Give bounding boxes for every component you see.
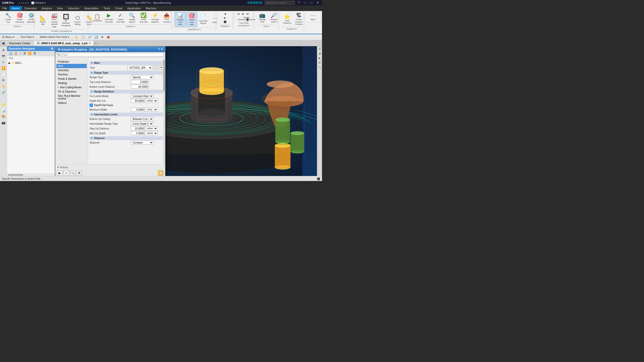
analyze-ipw-btn[interactable]: 🔎 Analyze IPW ▾	[268, 12, 279, 24]
menu-dropdown-btn[interactable]: ☰ Menu ▾	[1, 35, 16, 39]
content-scroll-thumb[interactable]	[163, 60, 165, 91]
dialog-title-bar[interactable]: 3D Adaptive Roughing - [3D_ADAPTIVE_ROUG…	[55, 47, 165, 52]
action-verify-btn[interactable]: 🔍	[70, 170, 75, 176]
tb-icon4[interactable]: 🔄	[94, 35, 99, 39]
more-btn[interactable]: ⋯ More	[307, 12, 318, 22]
sb-camera-icon[interactable]: 📷	[1, 120, 6, 125]
inter-range-select[interactable]: Const Depth Str	[131, 122, 153, 126]
min-width-input[interactable]	[131, 108, 145, 112]
dnav-geometry[interactable]: Geometry	[56, 68, 87, 72]
sb-analysis-icon[interactable]: 📊	[1, 108, 6, 113]
rsb-icon3[interactable]: ▶	[318, 56, 322, 60]
create-operation-btn[interactable]: ⚙️ Create Operation	[26, 12, 37, 24]
speed-slider[interactable]	[238, 19, 255, 20]
menu-selection[interactable]: Selection	[65, 6, 82, 10]
topoff-checkbox[interactable]	[90, 104, 93, 107]
dnav-strategy[interactable]: Strategy	[56, 81, 87, 85]
step-up-input[interactable]	[131, 126, 145, 130]
tb-icon3[interactable]: 🔗	[87, 35, 93, 39]
actions-expand[interactable]: ▼	[57, 166, 59, 169]
range-type-select[interactable]: Specify	[131, 75, 153, 79]
bottom-up-select[interactable]: Between Cut Le	[131, 117, 153, 121]
verify-toolpath-btn[interactable]: ✅ Verify Tool Path	[138, 12, 149, 24]
tool-path-dropdown[interactable]: Tool Path ▾	[19, 35, 35, 39]
tool-edit-btn[interactable]: 📋	[153, 65, 158, 70]
action-check-btn[interactable]: ✓	[63, 170, 69, 176]
menu-machine[interactable]: Machine	[143, 6, 159, 10]
dnav-prediction[interactable]: Prediction	[56, 60, 87, 64]
bottom-level-input[interactable]	[131, 85, 148, 89]
menu-view[interactable]: View	[54, 6, 65, 10]
min-width-unit-select[interactable]: %Toc	[145, 108, 158, 112]
action-generate-btn[interactable]: ▶	[57, 170, 62, 176]
depth-unit-select[interactable]: %Flut	[145, 99, 158, 103]
dnav-options[interactable]: Options	[56, 101, 87, 105]
tb-icon5[interactable]: ⚙	[100, 35, 105, 39]
menu-home[interactable]: Home	[10, 6, 22, 10]
rsb-icon2[interactable]: ◀	[318, 52, 322, 56]
menu-tools[interactable]: Tools	[101, 6, 113, 10]
nav-home-btn[interactable]: 🏠	[14, 52, 19, 55]
validity-report-btn[interactable]: 🔍 Validity Report	[127, 12, 138, 24]
nav-up-btn[interactable]: ↑	[19, 52, 22, 55]
menu-file[interactable]: File	[0, 6, 10, 10]
dialog-close-btn[interactable]: ✕	[161, 48, 163, 51]
display-prev-btn[interactable]: ◀	[223, 12, 227, 16]
menu-geometry[interactable]: Geometry	[22, 6, 39, 10]
stepover-select[interactable]: Constant	[131, 141, 153, 145]
search-input[interactable]	[265, 1, 295, 5]
menu-cloud[interactable]: Cloud	[112, 6, 125, 10]
anim-prev-btn[interactable]: ⏮	[236, 12, 241, 16]
rsb-icon1[interactable]: ☰	[318, 47, 322, 51]
dnav-main[interactable]: Main	[56, 64, 87, 68]
top-level-input[interactable]	[131, 80, 148, 84]
section-stepover-header[interactable]: ▼ Stepover	[90, 136, 164, 140]
tree-root[interactable]: ▶ 📁 GEO...	[8, 61, 54, 65]
maximize-btn[interactable]: □	[310, 1, 313, 5]
sb-layer-icon[interactable]: 📄	[1, 71, 6, 77]
3d-view[interactable]: X Y Z 3D Adaptive Roughing - [3D_ADAPTIV…	[55, 46, 317, 176]
display-ipw-btn[interactable]: 📺 Display IPW	[257, 12, 268, 24]
dnav-non-cutting[interactable]: Non Cutting Moves	[56, 85, 87, 89]
sb-settings-icon[interactable]: ⚙	[1, 47, 6, 53]
min-cut-input[interactable]	[131, 131, 145, 135]
toolpath-report-btn[interactable]: 📄 Tool Path Report	[198, 14, 209, 25]
section-range-type-header[interactable]: ▼ Range Type	[90, 71, 164, 75]
dnav-tool-axis[interactable]: Tool Axis	[56, 72, 87, 77]
action-more-btn[interactable]: 📋	[158, 170, 164, 176]
sb-measure-icon[interactable]: 📏	[1, 83, 6, 89]
menu-analysis[interactable]: Analysis	[39, 6, 54, 10]
display-toolpath-btn[interactable]: 📊 Display Tool Path	[175, 12, 186, 27]
boundary-dropdown[interactable]: Within Work Part Only ▾	[39, 35, 70, 39]
find-input[interactable]	[61, 53, 164, 57]
check-toolpath-btn[interactable]: ✓ Check Tool Path	[115, 12, 126, 24]
display-stop-btn[interactable]: ⬛	[223, 20, 227, 24]
tool-select[interactable]: UGT0201_004	[127, 65, 152, 70]
depth-per-cut-input[interactable]	[131, 99, 145, 103]
rsb-icon5[interactable]: 🔍	[318, 65, 322, 69]
create-tool-btn[interactable]: 🔧 Create Tool	[3, 12, 14, 24]
nav-filter-btn[interactable]: 🔽	[27, 52, 32, 55]
3d-adaptive-btn[interactable]: 🔲 3D Adaptive Roughing	[60, 13, 71, 28]
planar-mill-btn[interactable]: 📐 Planar Mill	[37, 15, 48, 26]
nav-settings-btn[interactable]: ⚙	[33, 52, 37, 55]
sb-snap-icon[interactable]: 🔗	[1, 89, 6, 95]
action-simulate-btn[interactable]: ⚙	[76, 170, 82, 176]
create-geometry-btn[interactable]: 🎯 Create Geometry	[14, 12, 25, 24]
tab-discovery[interactable]: Discovery Center	[6, 41, 33, 46]
step-up-unit-select[interactable]: %Flut	[145, 126, 158, 130]
pocket-milling-btn[interactable]: ⬡ Pocket Milling	[72, 15, 83, 26]
minimize-btn[interactable]: —	[303, 1, 308, 5]
tb-icon6[interactable]: 📤	[106, 35, 111, 39]
tab-add-btn[interactable]: +	[94, 42, 98, 44]
section-intermediate-header[interactable]: ▼ Intermediate Levels	[90, 113, 164, 116]
dialog-help-btn[interactable]: ?	[158, 48, 160, 51]
sb-render-icon[interactable]: 🎨	[1, 114, 6, 119]
min-cut-unit-select[interactable]: %Flut	[145, 131, 158, 135]
dnav-feeds[interactable]: Feeds & Speeds	[56, 77, 87, 81]
dnav-tol[interactable]: Tol. & Clearance	[56, 89, 87, 94]
sb-filter-icon[interactable]: 🔽	[1, 65, 6, 71]
section-main-header[interactable]: ▼ Main	[90, 61, 164, 65]
sb-nav-icon[interactable]: 🗺	[1, 53, 6, 59]
cut-levels-select[interactable]: Constant Depth	[131, 94, 153, 98]
